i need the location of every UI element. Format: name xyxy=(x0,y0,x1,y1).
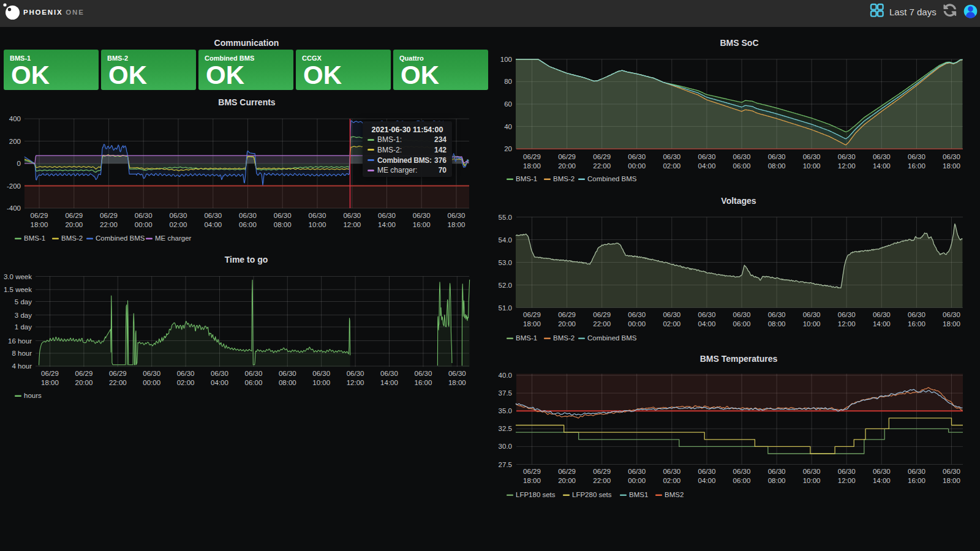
svg-text:BMS-2: BMS-2 xyxy=(61,234,83,242)
svg-text:04:00: 04:00 xyxy=(698,162,716,170)
svg-text:1.5 week: 1.5 week xyxy=(4,286,32,293)
svg-text:06/30: 06/30 xyxy=(135,212,153,219)
svg-text:54.0: 54.0 xyxy=(499,236,512,244)
svg-text:06/30: 06/30 xyxy=(143,370,160,377)
svg-text:06/30: 06/30 xyxy=(177,370,195,377)
svg-text:06/30: 06/30 xyxy=(733,153,751,160)
svg-text:12:00: 12:00 xyxy=(347,379,364,386)
svg-text:06/30: 06/30 xyxy=(768,153,786,160)
svg-text:06/29: 06/29 xyxy=(558,468,576,475)
svg-text:18:00: 18:00 xyxy=(448,379,466,386)
svg-text:06/30: 06/30 xyxy=(803,153,821,160)
svg-text:06/30: 06/30 xyxy=(628,311,646,318)
svg-text:10:00: 10:00 xyxy=(309,221,326,228)
svg-text:20: 20 xyxy=(504,145,512,152)
svg-text:16:00: 16:00 xyxy=(908,477,925,484)
svg-text:20:00: 20:00 xyxy=(558,162,576,170)
svg-text:06/29: 06/29 xyxy=(41,370,59,377)
svg-text:06/30: 06/30 xyxy=(698,311,716,318)
svg-text:BMS-2: BMS-2 xyxy=(553,334,575,342)
svg-text:00:00: 00:00 xyxy=(143,379,160,386)
svg-text:3 day: 3 day xyxy=(15,312,32,319)
svg-text:60: 60 xyxy=(504,100,512,108)
svg-text:10:00: 10:00 xyxy=(312,379,330,386)
svg-text:06/30: 06/30 xyxy=(279,370,296,377)
svg-text:Voltages: Voltages xyxy=(721,196,756,206)
svg-text:12:00: 12:00 xyxy=(343,221,361,228)
svg-text:04:00: 04:00 xyxy=(211,379,228,386)
svg-text:06/30: 06/30 xyxy=(663,468,680,475)
svg-text:37.5: 37.5 xyxy=(499,389,512,397)
svg-text:-200: -200 xyxy=(7,182,21,190)
svg-text:BMS Currents: BMS Currents xyxy=(218,97,276,107)
svg-text:06/30: 06/30 xyxy=(943,311,960,318)
svg-text:4 hour: 4 hour xyxy=(12,362,32,370)
svg-text:06/30: 06/30 xyxy=(838,311,856,318)
svg-text:06/30: 06/30 xyxy=(413,212,431,219)
svg-text:22:00: 22:00 xyxy=(593,162,611,170)
svg-text:40.0: 40.0 xyxy=(499,372,512,379)
svg-text:16:00: 16:00 xyxy=(908,320,925,328)
svg-text:08:00: 08:00 xyxy=(768,320,786,328)
svg-text:06:00: 06:00 xyxy=(245,379,263,386)
svg-text:53.0: 53.0 xyxy=(499,259,512,266)
svg-text:06:00: 06:00 xyxy=(733,162,751,170)
svg-text:BMS Temperatures: BMS Temperatures xyxy=(700,354,778,364)
svg-text:14:00: 14:00 xyxy=(873,320,891,328)
svg-text:27.5: 27.5 xyxy=(499,461,512,468)
svg-text:400: 400 xyxy=(9,115,21,122)
svg-text:06/30: 06/30 xyxy=(211,370,228,377)
svg-text:hours: hours xyxy=(24,392,42,399)
svg-text:16:00: 16:00 xyxy=(415,379,432,386)
svg-text:06/30: 06/30 xyxy=(908,468,925,475)
svg-text:32.5: 32.5 xyxy=(499,425,512,432)
svg-text:06/30: 06/30 xyxy=(943,468,960,475)
svg-text:06/30: 06/30 xyxy=(380,370,398,377)
svg-text:06/29: 06/29 xyxy=(593,153,611,160)
svg-text:18:00: 18:00 xyxy=(943,162,960,170)
svg-text:30.0: 30.0 xyxy=(499,443,512,450)
svg-text:BMS-2: BMS-2 xyxy=(553,175,575,182)
svg-text:06/30: 06/30 xyxy=(873,153,891,160)
svg-text:1 day: 1 day xyxy=(15,323,32,331)
svg-text:18:00: 18:00 xyxy=(523,320,541,328)
svg-text:18:00: 18:00 xyxy=(943,320,960,328)
svg-text:10:00: 10:00 xyxy=(803,477,821,484)
svg-text:18:00: 18:00 xyxy=(31,221,48,228)
svg-text:BMS2: BMS2 xyxy=(665,491,684,498)
svg-text:22:00: 22:00 xyxy=(593,477,611,484)
svg-text:02:00: 02:00 xyxy=(663,477,680,484)
svg-text:20:00: 20:00 xyxy=(558,477,576,484)
svg-text:18:00: 18:00 xyxy=(943,477,960,484)
svg-text:06/30: 06/30 xyxy=(943,153,960,160)
svg-text:18:00: 18:00 xyxy=(523,162,541,170)
svg-text:06/30: 06/30 xyxy=(170,212,187,219)
svg-text:00:00: 00:00 xyxy=(628,477,646,484)
svg-text:35.0: 35.0 xyxy=(499,407,512,414)
svg-text:LFP180 sets: LFP180 sets xyxy=(516,491,556,498)
svg-text:02:00: 02:00 xyxy=(177,379,195,386)
svg-text:06:00: 06:00 xyxy=(733,477,751,484)
svg-text:0: 0 xyxy=(17,160,21,167)
svg-text:06:00: 06:00 xyxy=(239,221,257,228)
svg-text:5 day: 5 day xyxy=(15,298,32,305)
svg-text:06/30: 06/30 xyxy=(768,468,786,475)
svg-text:06/30: 06/30 xyxy=(873,468,891,475)
svg-text:12:00: 12:00 xyxy=(838,477,856,484)
svg-text:8 hour: 8 hour xyxy=(12,350,32,357)
svg-text:06/29: 06/29 xyxy=(109,370,127,377)
svg-text:06/29: 06/29 xyxy=(75,370,93,377)
svg-text:02:00: 02:00 xyxy=(663,162,680,170)
svg-text:06/30: 06/30 xyxy=(448,370,466,377)
svg-text:00:00: 00:00 xyxy=(135,221,153,228)
svg-text:100: 100 xyxy=(500,56,512,63)
svg-text:08:00: 08:00 xyxy=(768,162,786,170)
svg-text:22:00: 22:00 xyxy=(109,379,127,386)
svg-text:20:00: 20:00 xyxy=(558,320,576,328)
svg-text:04:00: 04:00 xyxy=(204,221,222,228)
svg-text:BMS1: BMS1 xyxy=(629,491,648,498)
svg-text:BMS SoC: BMS SoC xyxy=(720,38,759,48)
svg-text:Time to go: Time to go xyxy=(225,255,268,264)
svg-text:22:00: 22:00 xyxy=(100,221,118,228)
svg-text:06/30: 06/30 xyxy=(698,468,716,475)
